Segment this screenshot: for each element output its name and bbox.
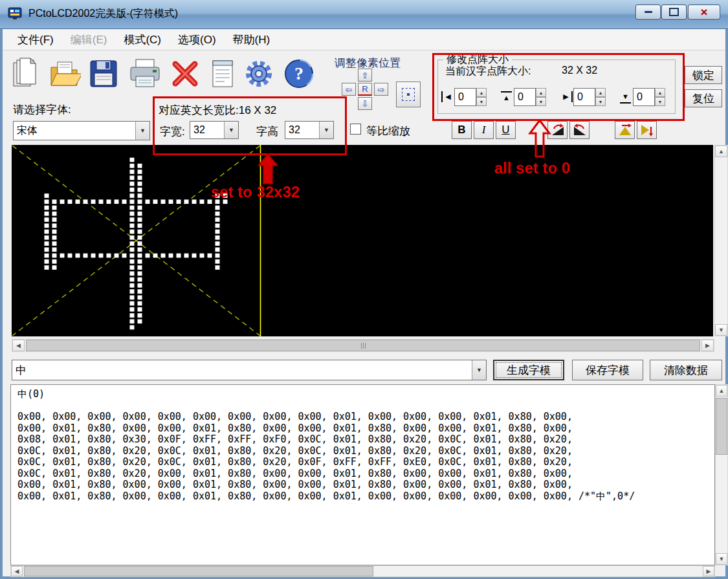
maximize-button[interactable]	[661, 5, 687, 19]
output-text-area[interactable]: 中(0) 0x00, 0x00, 0x00, 0x00, 0x00, 0x00,…	[10, 384, 715, 565]
canvas-scrollbar-thumb[interactable]	[26, 340, 700, 351]
bottom-offset-spinner[interactable]: ▲ ▼	[655, 88, 665, 106]
spin-down-icon[interactable]: ▼	[536, 97, 546, 106]
char-height-label: 字高	[256, 124, 278, 139]
underline-button[interactable]: U	[496, 121, 516, 139]
char-width-value: 32	[193, 124, 205, 136]
left-offset-value: 0	[458, 91, 464, 103]
dropdown-arrow-icon[interactable]: ▼	[135, 122, 149, 140]
maximize-icon	[669, 8, 679, 16]
open-file-icon	[49, 58, 81, 89]
shrink-bottom-icon: ▼	[620, 91, 631, 104]
right-offset-field[interactable]: 0	[573, 88, 595, 106]
flip-vertical-button[interactable]	[615, 121, 635, 139]
char-height-select[interactable]: 32 ▼	[285, 121, 334, 139]
hex-line: 0x0C, 0x01, 0x80, 0x20, 0x00, 0x01, 0x80…	[17, 468, 714, 480]
italic-label: I	[482, 124, 486, 137]
up-arrow-icon: ⇧	[362, 71, 369, 80]
char-width-select[interactable]: 32 ▼	[190, 121, 239, 139]
move-down-button[interactable]: ⇩	[358, 97, 372, 110]
clear-data-button[interactable]: 清除数据	[650, 360, 722, 380]
output-horizontal-scrollbar[interactable]: ◀ ▶	[10, 565, 715, 577]
center-image-button[interactable]	[396, 82, 421, 107]
center-target-icon	[402, 88, 415, 101]
notes-button[interactable]	[204, 54, 241, 93]
right-offset-value: 0	[577, 91, 583, 103]
font-select[interactable]: 宋体 ▼	[13, 121, 150, 140]
delete-button[interactable]	[167, 54, 203, 93]
hex-line: 0x00, 0x01, 0x80, 0x00, 0x00, 0x01, 0x80…	[17, 491, 714, 503]
generate-button[interactable]: 生成字模	[493, 360, 564, 380]
scroll-right-icon[interactable]: ▶	[701, 340, 714, 351]
left-arrow-icon: ⇦	[346, 85, 353, 94]
canvas-vertical-scrollbar[interactable]: ▲ ▼	[714, 145, 728, 336]
character-input[interactable]: 中 ▼	[12, 360, 487, 380]
current-size-label: 当前汉字点阵大小:	[445, 65, 531, 78]
move-right-button[interactable]: ⇨	[374, 83, 388, 96]
scroll-down-icon[interactable]: ▼	[715, 324, 727, 336]
flip-horizontal-button[interactable]	[637, 121, 657, 139]
close-icon: ×	[700, 6, 707, 18]
spin-up-icon[interactable]: ▲	[655, 88, 665, 97]
minimize-button[interactable]	[635, 5, 661, 19]
flip-vertical-icon	[618, 124, 632, 137]
bold-button[interactable]: B	[452, 121, 472, 139]
menu-help[interactable]: 帮助(H)	[225, 29, 279, 50]
dropdown-arrow-icon[interactable]: ▼	[472, 360, 486, 380]
top-offset-spinner[interactable]: ▲ ▼	[536, 88, 546, 106]
scroll-left-icon[interactable]: ◀	[11, 566, 23, 576]
save-file-button[interactable]	[85, 54, 122, 93]
red-x-icon	[170, 58, 201, 89]
left-offset-field[interactable]: 0	[454, 88, 476, 106]
rotate-right-button[interactable]	[569, 121, 590, 139]
output-vscrollbar-thumb[interactable]	[716, 398, 727, 455]
help-icon: ?	[283, 58, 314, 89]
dropdown-arrow-icon[interactable]: ▼	[319, 122, 333, 138]
export-image-button[interactable]	[127, 54, 163, 93]
menu-file[interactable]: 文件(F)	[9, 29, 62, 50]
save-font-button-label: 保存字模	[586, 363, 630, 378]
output-hscrollbar-thumb[interactable]	[24, 566, 373, 576]
scroll-up-icon[interactable]: ▲	[715, 146, 727, 157]
spin-down-icon[interactable]: ▼	[655, 97, 665, 106]
settings-button[interactable]	[241, 54, 277, 93]
right-offset-spinner[interactable]: ▲ ▼	[595, 88, 606, 106]
proportional-checkbox[interactable]	[350, 124, 361, 135]
scroll-right-icon[interactable]: ▶	[703, 566, 714, 576]
generate-button-label: 生成字模	[507, 363, 551, 378]
bottom-offset-field[interactable]: 0	[633, 88, 655, 106]
menu-options[interactable]: 选项(O)	[170, 29, 225, 50]
italic-button[interactable]: I	[474, 121, 494, 139]
spin-down-icon[interactable]: ▼	[595, 97, 606, 106]
save-font-button[interactable]: 保存字模	[572, 360, 643, 380]
pixel-editor-canvas[interactable]	[12, 145, 713, 336]
reset-position-button[interactable]: R	[358, 83, 372, 96]
left-offset-spinner[interactable]: ▲ ▼	[476, 88, 487, 106]
help-button[interactable]: ?	[281, 54, 317, 93]
rotate-left-button[interactable]	[547, 121, 568, 139]
new-file-button[interactable]	[8, 54, 44, 93]
scroll-left-icon[interactable]: ◀	[12, 340, 25, 351]
move-up-button[interactable]: ⇧	[358, 69, 372, 82]
lock-button[interactable]: 锁定	[685, 66, 722, 84]
output-vertical-scrollbar[interactable]: ▲ ▼	[715, 384, 728, 565]
open-file-button[interactable]	[47, 54, 83, 93]
move-left-button[interactable]: ⇦	[342, 83, 356, 96]
dropdown-arrow-icon[interactable]: ▼	[224, 122, 238, 138]
reset-size-button[interactable]: 复位	[685, 89, 722, 107]
spin-up-icon[interactable]: ▲	[536, 88, 546, 97]
scroll-down-icon[interactable]: ▼	[716, 553, 727, 565]
reset-button-label: 复位	[692, 91, 714, 106]
scroll-up-icon[interactable]: ▲	[716, 385, 727, 397]
top-offset-field[interactable]: 0	[514, 88, 536, 106]
reset-position-label: R	[362, 84, 368, 94]
hex-line: 0x08, 0x01, 0x80, 0x30, 0x0F, 0xFF, 0xFF…	[17, 434, 714, 446]
spin-down-icon[interactable]: ▼	[476, 97, 487, 106]
menu-mode[interactable]: 模式(C)	[115, 29, 170, 50]
clear-data-button-label: 清除数据	[664, 363, 708, 378]
close-button[interactable]: ×	[688, 5, 720, 19]
underline-label: U	[502, 124, 509, 137]
spin-up-icon[interactable]: ▲	[476, 88, 487, 97]
canvas-horizontal-scrollbar[interactable]: ◀ ▶	[12, 339, 714, 352]
spin-up-icon[interactable]: ▲	[595, 88, 606, 97]
